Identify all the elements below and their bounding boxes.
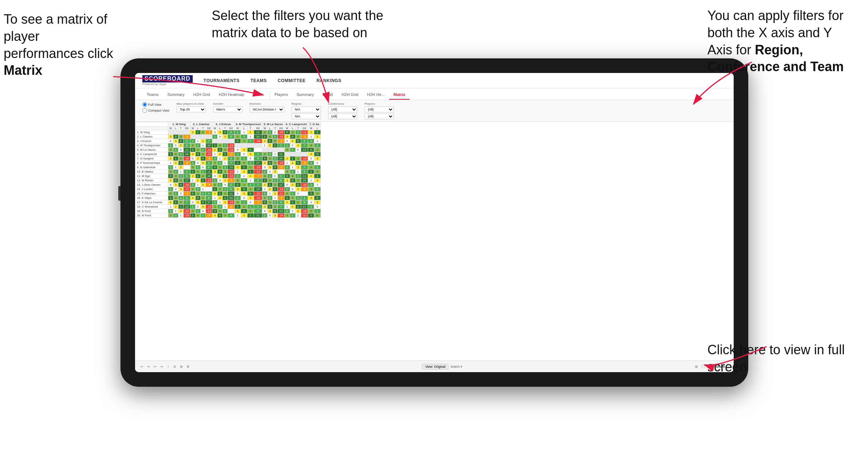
cell-r10-c17: 1: [268, 174, 273, 178]
tab-h2h-heatmap[interactable]: H2H Heatmap: [214, 90, 249, 100]
cell-r6-c10: 2: [223, 157, 228, 161]
cell-r3-c12: [234, 143, 241, 148]
tab-summary-2[interactable]: Summary: [292, 90, 318, 100]
cell-r4-c2: 0: [178, 148, 184, 152]
tab-matrix-active[interactable]: Matrix: [389, 90, 410, 100]
cell-r19-c11: 4: [228, 213, 235, 218]
cell-r0-c12: 2: [234, 130, 241, 135]
settings-icon[interactable]: ⚙: [187, 365, 189, 368]
cell-r8-c6: 0: [200, 165, 206, 170]
conference-select-1[interactable]: (All): [328, 107, 357, 112]
tab-h2h-he[interactable]: H2H He...: [363, 90, 389, 100]
cell-r1-c1: 0: [173, 135, 178, 139]
nav-teams[interactable]: TEAMS: [250, 78, 267, 83]
tab-h2h-grid-1[interactable]: H2H Grid: [189, 90, 214, 100]
tab-detail[interactable]: Detail: [318, 90, 337, 100]
expand-icon[interactable]: ⛶: [702, 365, 705, 368]
nav-rankings[interactable]: RANKINGS: [316, 78, 341, 83]
cell-r11-c13: 2: [241, 178, 247, 183]
cell-r1-c4: [190, 135, 195, 139]
players-select-2[interactable]: (All): [365, 113, 394, 119]
bottom-bar-left: ↩ ↪ ↩ ↪ ☞ ⊖ ⊕ ⚙: [141, 365, 189, 368]
zoom-in-icon[interactable]: ⊕: [180, 365, 183, 368]
cell-r2-c6: 2: [200, 139, 206, 143]
cell-r9-c21: 2: [290, 170, 295, 174]
gender-label: Gender: [213, 102, 242, 105]
cell-r13-c8: 1: [212, 187, 218, 192]
cell-r11-c5: 2: [195, 178, 200, 183]
annotation-topcenter: Select the filters you want the matrix d…: [212, 7, 394, 42]
cell-r13-c5: 2: [195, 187, 200, 192]
cell-r7-c8: 3: [212, 161, 218, 165]
cell-r12-c20: 0: [284, 183, 290, 187]
players-select-1[interactable]: (All): [365, 107, 394, 112]
zoom-out-icon[interactable]: ⊖: [173, 365, 176, 368]
filter-bar: Full View Compact View Max players in vi…: [135, 100, 734, 122]
cell-r9-c15: -11: [254, 170, 262, 174]
cell-r0-c13: 1: [241, 130, 247, 135]
compact-view-radio[interactable]: Compact View: [142, 108, 169, 113]
cell-r9-c8: 3: [212, 170, 218, 174]
cell-r15-c4: 3: [190, 196, 195, 200]
cell-r15-c15: -15: [254, 196, 262, 200]
tab-teams[interactable]: Teams: [142, 90, 163, 100]
cell-r5-c0: 1: [168, 152, 173, 157]
row-name-8: 9. N Gabrelcik: [135, 165, 168, 170]
cell-r12-c11: 2: [228, 183, 235, 187]
cell-r6-c12: 0: [234, 157, 241, 161]
undo2-icon[interactable]: ↩: [154, 365, 157, 368]
conference-select-2[interactable]: (All): [328, 113, 357, 119]
max-players-select[interactable]: Top 25: [177, 107, 206, 112]
cell-r4-c8: 2: [212, 148, 218, 152]
cell-r8-c24: 0: [308, 165, 314, 170]
cell-r18-c13: 1: [241, 209, 247, 213]
watch-button[interactable]: Watch ▾: [450, 365, 462, 368]
cell-r13-c6: 1: [200, 187, 206, 192]
undo-icon[interactable]: ↩: [141, 365, 143, 368]
cell-r8-c19: -8: [278, 165, 285, 170]
cell-r6-c14: 0: [247, 157, 254, 161]
cell-r5-c12: 1: [234, 152, 241, 157]
cell-r13-c18: 1: [273, 187, 278, 192]
redo-icon[interactable]: ↪: [147, 365, 150, 368]
full-view-radio[interactable]: Full View: [142, 102, 169, 107]
cell-r1-c22: 3: [295, 135, 301, 139]
cell-r19-c0: 3: [168, 213, 173, 218]
tab-summary-1[interactable]: Summary: [163, 90, 189, 100]
tab-h2h-grid-2[interactable]: H2H Grid: [337, 90, 363, 100]
col-header-4: 4. M Thorbjornsen: [234, 122, 262, 127]
cell-r4-c7: -24: [206, 148, 212, 152]
region-select-1[interactable]: N/A: [292, 107, 321, 112]
cell-r5-c1: 0: [173, 152, 178, 157]
grid-icon[interactable]: ⊞: [695, 365, 698, 368]
nav-tournaments[interactable]: TOURNAMENTS: [204, 78, 240, 83]
cell-r12-c19: 17: [278, 183, 285, 187]
matrix-container[interactable]: 1. W Ding 2. L Clanton 3. J Koivun 4. M …: [135, 122, 734, 218]
conference-label: Conference: [328, 102, 357, 105]
cell-r10-c4: 2: [190, 174, 195, 178]
cell-r12-c10: 0: [223, 183, 228, 187]
gender-select[interactable]: Men's: [213, 107, 242, 112]
sub-t-3: T: [223, 127, 228, 130]
nav-committee[interactable]: COMMITTEE: [278, 78, 306, 83]
cell-r18-c21: 1: [290, 209, 295, 213]
cell-r8-c13: 1: [241, 165, 247, 170]
cell-r9-c3: 4: [184, 170, 191, 174]
pointer-icon[interactable]: ☞: [167, 365, 170, 368]
cell-r18-c24: 0: [308, 209, 314, 213]
cell-r2-c5: 1: [195, 139, 200, 143]
cell-r2-c12: 0: [234, 139, 241, 143]
tab-matrix-1[interactable]: Matrix: [249, 90, 268, 100]
cell-r5-c22: [295, 152, 301, 157]
tab-players[interactable]: Players: [270, 90, 292, 100]
cell-r6-c15: 8: [254, 157, 262, 161]
cell-r16-c11: -16: [228, 200, 235, 205]
region-select-2[interactable]: N/A: [292, 113, 321, 119]
redo2-icon[interactable]: ↪: [160, 365, 163, 368]
cell-r7-c1: 2: [173, 161, 178, 165]
view-original-button[interactable]: View: Original: [422, 364, 449, 370]
cell-r17-c12: 1: [234, 205, 241, 209]
cell-r12-c4: 2: [190, 183, 195, 187]
cell-r18-c23: -19: [301, 209, 308, 213]
division-select[interactable]: NCAA Division I: [250, 107, 284, 112]
